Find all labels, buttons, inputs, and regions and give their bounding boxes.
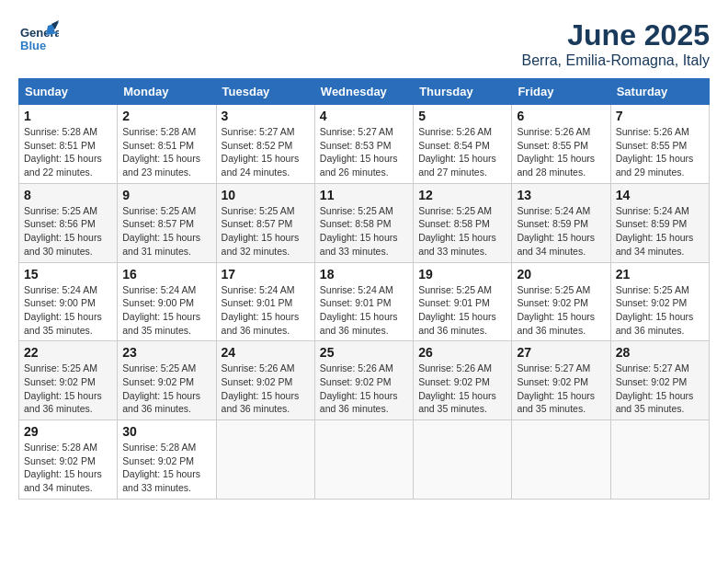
header-wednesday: Wednesday (314, 79, 413, 105)
day-number: 16 (122, 267, 210, 282)
calendar-day-cell: 28 Sunrise: 5:27 AM Sunset: 9:02 PM Dayl… (610, 341, 709, 420)
daylight-text: Daylight: 15 hours and 34 minutes. (517, 232, 595, 257)
sunrise-text: Sunrise: 5:26 AM (517, 126, 590, 137)
day-info: Sunrise: 5:27 AM Sunset: 8:53 PM Dayligh… (320, 125, 408, 179)
calendar-day-cell: 12 Sunrise: 5:25 AM Sunset: 8:58 PM Dayl… (414, 183, 512, 262)
daylight-text: Daylight: 15 hours and 36 minutes. (616, 311, 694, 336)
empty-day-cell (512, 420, 610, 500)
sunrise-text: Sunrise: 5:25 AM (320, 205, 393, 216)
day-info: Sunrise: 5:25 AM Sunset: 9:02 PM Dayligh… (517, 283, 605, 338)
day-info: Sunrise: 5:27 AM Sunset: 9:02 PM Dayligh… (616, 362, 704, 416)
day-number: 8 (24, 188, 112, 202)
day-number: 26 (418, 345, 506, 360)
day-info: Sunrise: 5:28 AM Sunset: 8:51 PM Dayligh… (122, 125, 210, 179)
month-year-title: June 2025 (521, 18, 710, 52)
sunset-text: Sunset: 8:57 PM (122, 218, 194, 229)
sunset-text: Sunset: 9:02 PM (122, 455, 194, 466)
daylight-text: Daylight: 15 hours and 29 minutes. (616, 153, 694, 178)
sunset-text: Sunset: 8:59 PM (616, 218, 688, 229)
day-number: 10 (222, 188, 310, 202)
sunset-text: Sunset: 8:52 PM (222, 140, 293, 151)
sunset-text: Sunset: 8:57 PM (222, 218, 293, 229)
day-info: Sunrise: 5:26 AM Sunset: 9:02 PM Dayligh… (222, 362, 310, 416)
sunrise-text: Sunrise: 5:25 AM (122, 362, 196, 373)
day-info: Sunrise: 5:24 AM Sunset: 9:01 PM Dayligh… (222, 283, 310, 338)
daylight-text: Daylight: 15 hours and 35 minutes. (418, 390, 496, 415)
sunrise-text: Sunrise: 5:25 AM (517, 284, 590, 295)
sunset-text: Sunset: 9:02 PM (616, 376, 688, 387)
day-info: Sunrise: 5:28 AM Sunset: 8:51 PM Dayligh… (24, 125, 112, 179)
daylight-text: Daylight: 15 hours and 36 minutes. (122, 390, 200, 415)
daylight-text: Daylight: 15 hours and 36 minutes. (222, 390, 300, 415)
day-number: 18 (320, 267, 408, 282)
sunset-text: Sunset: 9:00 PM (122, 297, 194, 308)
calendar-day-cell: 18 Sunrise: 5:24 AM Sunset: 9:01 PM Dayl… (314, 262, 413, 341)
calendar-week-row: 8 Sunrise: 5:25 AM Sunset: 8:56 PM Dayli… (19, 183, 710, 262)
calendar-day-cell: 13 Sunrise: 5:24 AM Sunset: 8:59 PM Dayl… (512, 183, 610, 262)
header-sunday: Sunday (19, 79, 118, 105)
day-info: Sunrise: 5:24 AM Sunset: 8:59 PM Dayligh… (517, 204, 605, 259)
calendar-day-cell: 21 Sunrise: 5:25 AM Sunset: 9:02 PM Dayl… (610, 262, 709, 341)
daylight-text: Daylight: 15 hours and 36 minutes. (24, 390, 102, 415)
sunset-text: Sunset: 8:54 PM (418, 140, 490, 151)
daylight-text: Daylight: 15 hours and 35 minutes. (122, 311, 200, 336)
day-number: 11 (320, 188, 408, 202)
daylight-text: Daylight: 15 hours and 36 minutes. (418, 311, 496, 336)
day-number: 3 (222, 109, 310, 123)
calendar-day-cell: 23 Sunrise: 5:25 AM Sunset: 9:02 PM Dayl… (118, 341, 216, 420)
sunrise-text: Sunrise: 5:24 AM (122, 284, 196, 295)
calendar-day-cell: 30 Sunrise: 5:28 AM Sunset: 9:02 PM Dayl… (118, 420, 216, 500)
day-info: Sunrise: 5:25 AM Sunset: 9:02 PM Dayligh… (122, 362, 210, 416)
daylight-text: Daylight: 15 hours and 31 minutes. (122, 232, 200, 257)
calendar-day-cell: 1 Sunrise: 5:28 AM Sunset: 8:51 PM Dayli… (19, 105, 118, 184)
calendar-day-cell: 2 Sunrise: 5:28 AM Sunset: 8:51 PM Dayli… (118, 105, 216, 184)
day-number: 17 (222, 267, 310, 282)
calendar-day-cell: 17 Sunrise: 5:24 AM Sunset: 9:01 PM Dayl… (216, 262, 314, 341)
daylight-text: Daylight: 15 hours and 28 minutes. (517, 153, 595, 178)
sunset-text: Sunset: 9:01 PM (222, 297, 293, 308)
header-saturday: Saturday (610, 79, 709, 105)
day-info: Sunrise: 5:26 AM Sunset: 8:54 PM Dayligh… (418, 125, 506, 179)
daylight-text: Daylight: 15 hours and 35 minutes. (517, 390, 595, 415)
calendar-week-row: 15 Sunrise: 5:24 AM Sunset: 9:00 PM Dayl… (19, 262, 710, 341)
sunset-text: Sunset: 9:02 PM (517, 297, 588, 308)
sunrise-text: Sunrise: 5:27 AM (616, 362, 689, 373)
calendar-day-cell: 26 Sunrise: 5:26 AM Sunset: 9:02 PM Dayl… (414, 341, 512, 420)
sunset-text: Sunset: 9:02 PM (616, 297, 688, 308)
sunrise-text: Sunrise: 5:27 AM (222, 126, 295, 137)
calendar-day-cell: 8 Sunrise: 5:25 AM Sunset: 8:56 PM Dayli… (19, 183, 118, 262)
sunrise-text: Sunrise: 5:25 AM (418, 284, 492, 295)
calendar-week-row: 22 Sunrise: 5:25 AM Sunset: 9:02 PM Dayl… (19, 341, 710, 420)
daylight-text: Daylight: 15 hours and 36 minutes. (320, 311, 398, 336)
sunset-text: Sunset: 9:02 PM (24, 376, 96, 387)
sunrise-text: Sunrise: 5:26 AM (418, 126, 492, 137)
calendar-day-cell: 14 Sunrise: 5:24 AM Sunset: 8:59 PM Dayl… (610, 183, 709, 262)
daylight-text: Daylight: 15 hours and 35 minutes. (616, 390, 694, 415)
day-number: 12 (418, 188, 506, 202)
sunrise-text: Sunrise: 5:25 AM (418, 205, 492, 216)
daylight-text: Daylight: 15 hours and 34 minutes. (616, 232, 694, 257)
day-info: Sunrise: 5:24 AM Sunset: 9:01 PM Dayligh… (320, 283, 408, 338)
sunrise-text: Sunrise: 5:25 AM (24, 205, 97, 216)
daylight-text: Daylight: 15 hours and 33 minutes. (418, 232, 496, 257)
calendar-day-cell: 3 Sunrise: 5:27 AM Sunset: 8:52 PM Dayli… (216, 105, 314, 184)
header-tuesday: Tuesday (216, 79, 314, 105)
daylight-text: Daylight: 15 hours and 22 minutes. (24, 153, 102, 178)
daylight-text: Daylight: 15 hours and 27 minutes. (418, 153, 496, 178)
day-number: 20 (517, 267, 605, 282)
calendar-day-cell: 10 Sunrise: 5:25 AM Sunset: 8:57 PM Dayl… (216, 183, 314, 262)
sunrise-text: Sunrise: 5:26 AM (418, 362, 492, 373)
sunset-text: Sunset: 9:02 PM (418, 376, 490, 387)
daylight-text: Daylight: 15 hours and 34 minutes. (24, 468, 102, 493)
sunset-text: Sunset: 8:58 PM (320, 218, 392, 229)
day-info: Sunrise: 5:26 AM Sunset: 9:02 PM Dayligh… (320, 362, 408, 416)
sunset-text: Sunset: 8:51 PM (24, 140, 96, 151)
day-number: 5 (418, 109, 506, 123)
daylight-text: Daylight: 15 hours and 26 minutes. (320, 153, 398, 178)
sunrise-text: Sunrise: 5:28 AM (122, 442, 196, 453)
sunrise-text: Sunrise: 5:28 AM (122, 126, 196, 137)
location-subtitle: Berra, Emilia-Romagna, Italy (521, 52, 710, 69)
calendar-day-cell: 16 Sunrise: 5:24 AM Sunset: 9:00 PM Dayl… (118, 262, 216, 341)
day-number: 25 (320, 345, 408, 360)
calendar-day-cell: 5 Sunrise: 5:26 AM Sunset: 8:54 PM Dayli… (414, 105, 512, 184)
